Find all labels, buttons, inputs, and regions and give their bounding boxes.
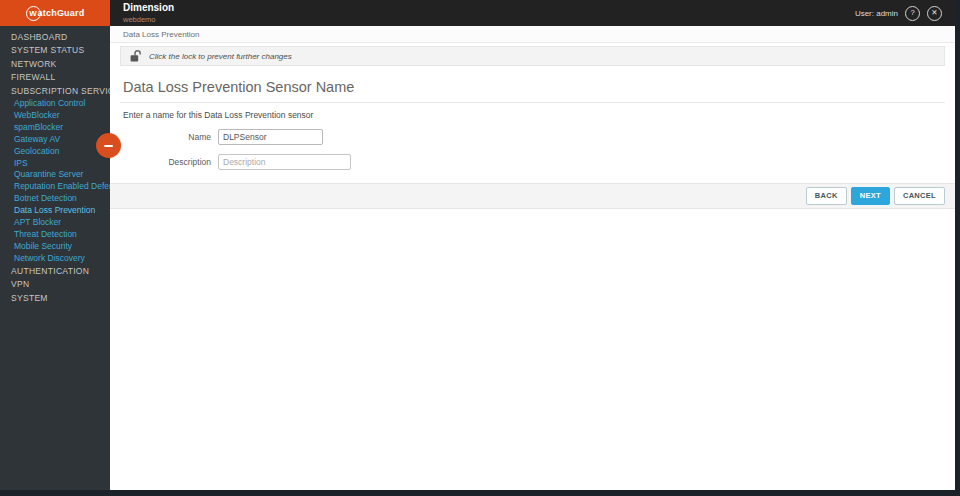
product-title-block: Dimension webdemo xyxy=(110,0,855,26)
name-field-row: Name xyxy=(123,129,955,145)
sidebar-item-reputation-enabled-defense[interactable]: Reputation Enabled Defense xyxy=(0,181,110,193)
top-header: WatchGuard Dimension webdemo User: admin… xyxy=(0,0,955,26)
name-label: Name xyxy=(123,132,211,142)
helper-text: Enter a name for this Data Loss Preventi… xyxy=(123,110,955,120)
sidebar-item-system[interactable]: SYSTEM xyxy=(0,292,110,305)
sidebar-item-threat-detection[interactable]: Threat Detection xyxy=(0,229,110,241)
sidebar-item-ips[interactable]: IPS xyxy=(0,158,110,170)
sidebar-item-system-status[interactable]: SYSTEM STATUS xyxy=(0,44,110,57)
sidebar-item-authentication[interactable]: AUTHENTICATION xyxy=(0,265,110,278)
sidebar-item-geolocation[interactable]: Geolocation xyxy=(0,146,110,158)
sidebar-item-network-discovery[interactable]: Network Discovery xyxy=(0,253,110,265)
sidebar-item-spamblocker[interactable]: spamBlocker xyxy=(0,122,110,134)
sidebar-item-apt-blocker[interactable]: APT Blocker xyxy=(0,217,110,229)
user-label: User: admin xyxy=(855,9,898,18)
sensor-name-input[interactable] xyxy=(218,129,323,145)
sidebar-item-network[interactable]: NETWORK xyxy=(0,58,110,71)
sidebar-item-webblocker[interactable]: WebBlocker xyxy=(0,110,110,122)
logo-rest: atchGuard xyxy=(38,8,85,18)
sidebar-item-application-control[interactable]: Application Control xyxy=(0,98,110,110)
sidebar-item-gateway-av[interactable]: Gateway AV xyxy=(0,134,110,146)
next-button[interactable]: NEXT xyxy=(851,187,890,205)
wizard-footer-bar: BACK NEXT CANCEL xyxy=(110,183,955,209)
product-subtitle: webdemo xyxy=(123,16,855,24)
sidebar-item-mobile-security[interactable]: Mobile Security xyxy=(0,241,110,253)
heading-divider xyxy=(120,102,945,103)
main-content: Data Loss Prevention Click the lock to p… xyxy=(110,26,955,490)
sensor-description-input[interactable] xyxy=(218,154,351,170)
sidebar-item-dashboard[interactable]: DASHBOARD xyxy=(0,31,110,44)
unlock-icon[interactable] xyxy=(129,49,143,63)
lock-bar: Click the lock to prevent further change… xyxy=(120,46,945,66)
sidebar-item-vpn[interactable]: VPN xyxy=(0,278,110,291)
help-icon[interactable]: ? xyxy=(905,6,920,21)
breadcrumb-bar: Data Loss Prevention xyxy=(110,26,955,43)
page-title: Data Loss Prevention Sensor Name xyxy=(123,79,955,95)
logout-icon[interactable]: ✕ xyxy=(927,6,942,21)
back-button[interactable]: BACK xyxy=(806,187,847,205)
description-field-row: Description xyxy=(123,154,955,170)
dimension-window: WatchGuard Dimension webdemo User: admin… xyxy=(0,0,955,490)
lock-message: Click the lock to prevent further change… xyxy=(149,52,292,61)
sidebar-item-botnet-detection[interactable]: Botnet Detection xyxy=(0,193,110,205)
breadcrumb: Data Loss Prevention xyxy=(123,30,200,39)
watchguard-logo: WatchGuard xyxy=(26,6,85,21)
sidebar-item-quarantine-server[interactable]: Quarantine Server xyxy=(0,169,110,181)
sidebar-item-firewall[interactable]: FIREWALL xyxy=(0,71,110,84)
watchguard-logo-block: WatchGuard xyxy=(0,0,110,26)
collapse-sidebar-badge[interactable] xyxy=(96,133,121,158)
description-label: Description xyxy=(123,157,211,167)
sidebar-nav: DASHBOARDSYSTEM STATUSNETWORKFIREWALLSUB… xyxy=(0,26,110,490)
sidebar-item-subscription-services[interactable]: SUBSCRIPTION SERVICES xyxy=(0,85,110,98)
user-block: User: admin ? ✕ xyxy=(855,0,955,26)
cancel-button[interactable]: CANCEL xyxy=(894,187,945,205)
sidebar-item-data-loss-prevention[interactable]: Data Loss Prevention xyxy=(0,205,110,217)
product-title: Dimension xyxy=(123,3,855,13)
